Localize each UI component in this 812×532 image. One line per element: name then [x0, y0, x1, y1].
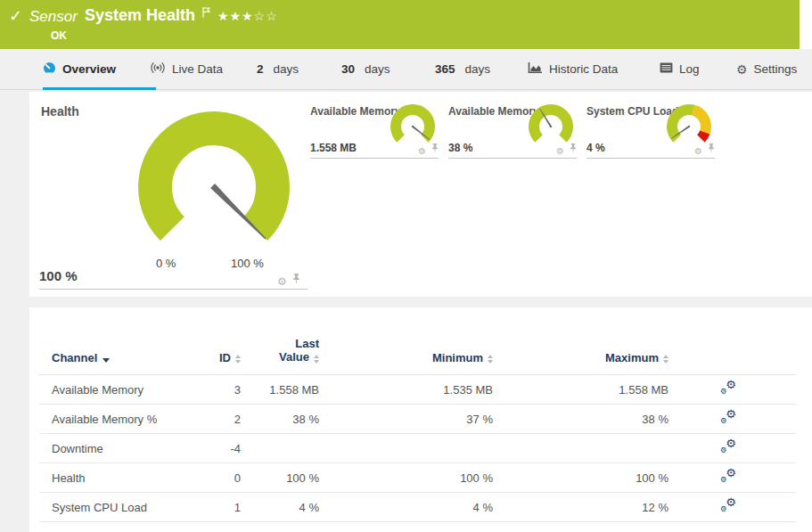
sort-icon	[235, 355, 241, 364]
main-gauge-value: 100 %	[39, 268, 78, 283]
mini-gauge-system-cpu-load: System CPU Load 4 % ⚙	[586, 105, 715, 159]
flag-icon[interactable]	[202, 5, 210, 21]
mini-gauge-value: 38 %	[448, 142, 472, 154]
live-data-icon	[150, 61, 166, 77]
table-row-downtime[interactable]: Downtime -4 ⚙⚙	[39, 434, 796, 463]
pin-icon[interactable]	[570, 140, 577, 156]
page-content: Overview Live Data 2days 30days 365days …	[0, 49, 812, 532]
mini-gauge-available-memory: Available Memory 1.558 MB ⚙	[310, 105, 439, 159]
gear-icon[interactable]: ⚙	[418, 147, 426, 156]
sort-desc-icon	[103, 358, 110, 363]
minimum-value: 100 %	[319, 471, 493, 485]
tab-live-data-label: Live Data	[172, 62, 223, 76]
pin-icon[interactable]	[431, 140, 439, 156]
last-value: 1.558 MB	[241, 383, 319, 397]
channel-id: 2	[205, 413, 241, 426]
channel-name: Downtime	[39, 442, 205, 455]
chart-icon	[528, 61, 543, 77]
tab-bar: Overview Live Data 2days 30days 365days …	[0, 49, 812, 90]
channel-name: Available Memory	[39, 383, 205, 397]
channel-table: Channel ID Last Value Minimum	[39, 307, 796, 522]
edit-channel-icon[interactable]: ⚙⚙	[720, 440, 736, 454]
gauge-icon	[43, 61, 56, 78]
tab-settings[interactable]: ⚙ Settings	[736, 49, 797, 89]
edit-channel-icon[interactable]: ⚙⚙	[720, 381, 736, 396]
minimum-value: 4 %	[319, 501, 493, 514]
mini-gauge-value: 1.558 MB	[310, 142, 357, 154]
column-header-channel[interactable]: Channel	[39, 351, 205, 364]
tab-log[interactable]: Log	[660, 49, 700, 89]
gauge-scale-min: 0 %	[156, 257, 176, 270]
status-ok-check-icon: ✓	[9, 6, 22, 26]
sort-icon	[488, 355, 493, 364]
sort-icon	[314, 355, 319, 364]
table-row-health[interactable]: Health 0 100 % 100 % 100 % ⚙⚙	[39, 463, 796, 493]
sensor-title: System Health	[85, 6, 195, 25]
column-header-id[interactable]: ID	[205, 351, 241, 364]
last-value: 38 %	[241, 413, 319, 426]
mini-gauge-available-memory-pct: Available Memory % 38 % ⚙	[448, 105, 577, 159]
edit-channel-icon[interactable]: ⚙⚙	[720, 411, 736, 425]
gear-icon[interactable]: ⚙	[277, 276, 287, 287]
tab-settings-label: Settings	[754, 62, 798, 76]
health-gauge	[125, 105, 303, 264]
channel-id: -4	[205, 442, 241, 455]
tab-historic-data[interactable]: Historic Data	[528, 49, 618, 89]
tab-2-days[interactable]: 2days	[257, 49, 299, 89]
channel-name: Health	[39, 471, 205, 485]
maximum-value: 1.558 MB	[493, 383, 668, 397]
divider	[39, 289, 308, 290]
pin-icon[interactable]	[708, 140, 715, 156]
mini-gauge-value: 4 %	[586, 142, 605, 154]
column-header-minimum[interactable]: Minimum	[319, 351, 493, 364]
column-header-maximum[interactable]: Maximum	[493, 351, 668, 364]
table-row-available-memory[interactable]: Available Memory 3 1.558 MB 1.535 MB 1.5…	[39, 375, 796, 405]
maximum-value: 38 %	[493, 413, 668, 426]
tab-log-label: Log	[679, 62, 700, 76]
minimum-value: 37 %	[319, 413, 493, 426]
gear-icon[interactable]: ⚙	[694, 147, 702, 156]
tab-live-data[interactable]: Live Data	[150, 49, 248, 89]
tab-30-days[interactable]: 30days	[341, 49, 390, 89]
maximum-value: 12 %	[493, 501, 668, 514]
edit-channel-icon[interactable]: ⚙⚙	[720, 499, 736, 513]
sensor-status-text: OK	[51, 29, 67, 42]
last-value: 4 %	[241, 501, 319, 514]
table-row-available-memory-pct[interactable]: Available Memory % 2 38 % 37 % 38 % ⚙⚙	[39, 405, 796, 434]
gauge-scale-max: 100 %	[231, 257, 264, 270]
sensor-type-label: Sensor	[29, 6, 78, 26]
sensor-status-bar: ✓ Sensor System Health ★★★☆☆ OK	[0, 0, 800, 49]
gauges-panel: Health 0 % 100 % 100 % ⚙ Available Memor…	[29, 92, 812, 297]
gear-icon: ⚙	[736, 63, 748, 76]
channel-name: Available Memory %	[39, 413, 205, 426]
edit-channel-icon[interactable]: ⚙⚙	[720, 470, 736, 484]
main-gauge-title: Health	[41, 104, 79, 119]
table-header-row: Channel ID Last Value Minimum	[39, 307, 796, 375]
channel-id: 3	[205, 383, 241, 397]
tab-historic-data-label: Historic Data	[549, 62, 618, 76]
maximum-value: 100 %	[493, 471, 668, 485]
tab-365-days[interactable]: 365days	[435, 49, 490, 89]
column-header-last-value[interactable]: Last Value	[241, 338, 319, 364]
pin-icon[interactable]	[292, 271, 300, 287]
channel-table-panel: Channel ID Last Value Minimum	[29, 307, 812, 532]
log-icon	[660, 62, 673, 76]
channel-id: 0	[205, 471, 241, 485]
last-value: 100 %	[241, 471, 319, 485]
minimum-value: 1.535 MB	[319, 383, 493, 397]
priority-star-rating[interactable]: ★★★☆☆	[217, 6, 278, 23]
sort-icon	[663, 355, 668, 364]
tab-overview[interactable]: Overview	[43, 49, 156, 89]
gear-icon[interactable]: ⚙	[556, 147, 564, 156]
tab-overview-label: Overview	[62, 62, 116, 76]
channel-name: System CPU Load	[39, 501, 205, 514]
channel-id: 1	[205, 501, 241, 514]
table-row-system-cpu-load[interactable]: System CPU Load 1 4 % 4 % 12 % ⚙⚙	[39, 493, 796, 522]
